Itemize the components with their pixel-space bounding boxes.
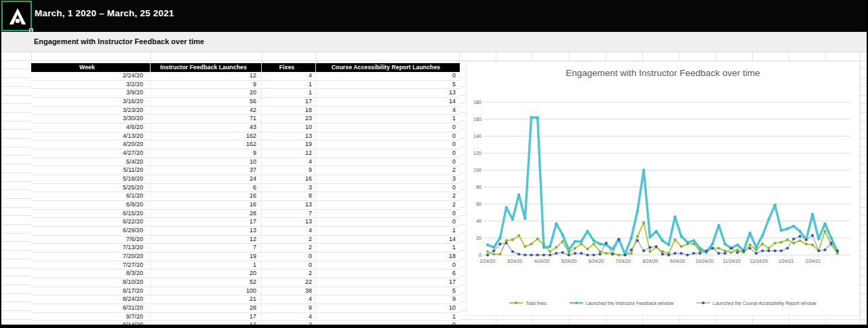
table-cell[interactable]: 7 — [151, 244, 262, 252]
table-cell[interactable]: 17 — [151, 218, 262, 226]
table-cell[interactable]: 4 — [262, 295, 316, 304]
table-cell[interactable]: 9 — [316, 295, 460, 304]
table-cell[interactable]: 18 — [262, 107, 316, 115]
table-cell[interactable]: 4 — [262, 72, 316, 80]
table-cell[interactable]: 6/1/20 — [31, 192, 151, 200]
table-cell[interactable]: 2 — [262, 244, 316, 252]
cell-a1-logo[interactable] — [1, 1, 32, 31]
table-cell[interactable]: 5 — [316, 81, 460, 89]
table-cell[interactable]: 6/22/20 — [31, 218, 151, 226]
table-cell[interactable]: 8/10/20 — [31, 278, 151, 287]
table-cell[interactable]: 43 — [151, 124, 262, 132]
column-header[interactable]: Week — [31, 63, 151, 72]
table-cell[interactable]: 2 — [262, 236, 316, 244]
table-cell[interactable]: 3/30/20 — [31, 115, 151, 123]
table-cell[interactable]: 13 — [151, 227, 262, 235]
table-cell[interactable]: 162 — [151, 132, 262, 141]
table-cell[interactable]: 2 — [262, 270, 316, 278]
table-cell[interactable]: 20 — [151, 270, 262, 278]
table-cell[interactable]: 1 — [262, 89, 316, 97]
table-cell[interactable]: 2 — [316, 201, 460, 209]
table-cell[interactable]: 71 — [151, 115, 262, 123]
table-cell[interactable]: 8/31/20 — [31, 304, 151, 312]
table-cell[interactable]: 0 — [316, 149, 460, 158]
table-cell[interactable]: 3/2/20 — [31, 81, 151, 89]
table-cell[interactable]: 100 — [151, 287, 262, 295]
selection-handle[interactable] — [29, 29, 33, 33]
table-cell[interactable]: 52 — [151, 278, 262, 287]
table-cell[interactable]: 9 — [262, 166, 316, 175]
table-cell[interactable]: 4/27/20 — [31, 149, 151, 158]
table-cell[interactable]: 9 — [151, 81, 262, 89]
table-cell[interactable]: 4 — [262, 227, 316, 235]
table-cell[interactable]: 2/24/20 — [31, 72, 151, 80]
table-cell[interactable]: 9 — [262, 304, 316, 312]
table-cell[interactable]: 0 — [316, 132, 460, 141]
table-cell[interactable]: 7/27/20 — [31, 261, 151, 270]
table-cell[interactable]: 4/20/20 — [31, 141, 151, 149]
table-cell[interactable]: 14 — [316, 98, 460, 106]
table-cell[interactable]: 0 — [316, 72, 460, 80]
table-cell[interactable]: 0 — [316, 141, 460, 149]
table-cell[interactable]: 3/9/20 — [31, 89, 151, 97]
table-cell[interactable]: 13 — [262, 132, 316, 141]
table-cell[interactable]: 17 — [316, 278, 460, 287]
table-cell[interactable]: 7 — [262, 210, 316, 218]
table-cell[interactable]: 14 — [316, 236, 460, 244]
table-cell[interactable]: 3 — [316, 175, 460, 183]
chart-object[interactable]: 0204060801001201401601802/24/203/24/204/… — [466, 61, 860, 316]
table-cell[interactable]: 4 — [316, 107, 460, 115]
table-cell[interactable]: 1 — [316, 244, 460, 252]
table-cell[interactable]: 13 — [316, 89, 460, 97]
column-header[interactable]: Fixes — [262, 63, 316, 72]
table-cell[interactable]: 9/7/20 — [31, 313, 151, 321]
table-cell[interactable]: 7/13/20 — [31, 244, 151, 252]
table-cell[interactable]: 16 — [151, 201, 262, 209]
table-cell[interactable]: 21 — [151, 295, 262, 304]
table-cell[interactable]: 0 — [316, 218, 460, 226]
table-cell[interactable]: 0 — [262, 261, 316, 270]
table-cell[interactable]: 38 — [262, 287, 316, 295]
table-cell[interactable]: 6 — [316, 270, 460, 278]
table-cell[interactable]: 7/6/20 — [31, 236, 151, 244]
table-cell[interactable]: 5/25/20 — [31, 184, 151, 192]
table-cell[interactable]: 3/23/20 — [31, 107, 151, 115]
table-cell[interactable]: 4/6/20 — [31, 124, 151, 132]
table-cell[interactable]: 5/11/20 — [31, 166, 151, 175]
table-cell[interactable]: 56 — [151, 98, 262, 106]
table-cell[interactable]: 17 — [151, 313, 262, 321]
table-cell[interactable]: 13 — [262, 218, 316, 226]
table-cell[interactable]: 8/17/20 — [31, 287, 151, 295]
table-cell[interactable]: 8/24/20 — [31, 295, 151, 304]
table-cell[interactable]: 8 — [262, 192, 316, 200]
table-cell[interactable]: 7/20/20 — [31, 253, 151, 261]
table-cell[interactable]: 16 — [151, 192, 262, 200]
table-cell[interactable]: 12 — [151, 236, 262, 244]
table-cell[interactable]: 5/4/20 — [31, 158, 151, 166]
table-cell[interactable]: 37 — [151, 166, 262, 175]
table-cell[interactable]: 1 — [262, 81, 316, 89]
table-cell[interactable]: 0 — [316, 210, 460, 218]
table-cell[interactable]: 28 — [151, 304, 262, 312]
table-cell[interactable]: 0 — [316, 124, 460, 132]
table-cell[interactable]: 4 — [262, 158, 316, 166]
table-cell[interactable]: 17 — [262, 98, 316, 106]
table-cell[interactable]: 42 — [151, 107, 262, 115]
table-cell[interactable]: 18 — [316, 253, 460, 261]
table-cell[interactable]: 16 — [262, 175, 316, 183]
table-cell[interactable]: 1 — [316, 227, 460, 235]
table-cell[interactable]: 24 — [151, 175, 262, 183]
table-cell[interactable]: 1 — [316, 313, 460, 321]
table-cell[interactable]: 6/8/20 — [31, 201, 151, 209]
table-cell[interactable]: 0 — [316, 184, 460, 192]
table-cell[interactable]: 20 — [151, 89, 262, 97]
table-cell[interactable]: 23 — [262, 115, 316, 123]
table-cell[interactable]: 6/29/20 — [31, 227, 151, 235]
table-cell[interactable]: 10 — [316, 304, 460, 312]
table-cell[interactable]: 0 — [316, 261, 460, 270]
table-cell[interactable]: 5/18/20 — [31, 175, 151, 183]
table-cell[interactable]: 12 — [151, 72, 262, 80]
table-cell[interactable]: 22 — [262, 278, 316, 287]
table-cell[interactable]: 1 — [151, 261, 262, 270]
table-cell[interactable]: 5 — [316, 287, 460, 295]
